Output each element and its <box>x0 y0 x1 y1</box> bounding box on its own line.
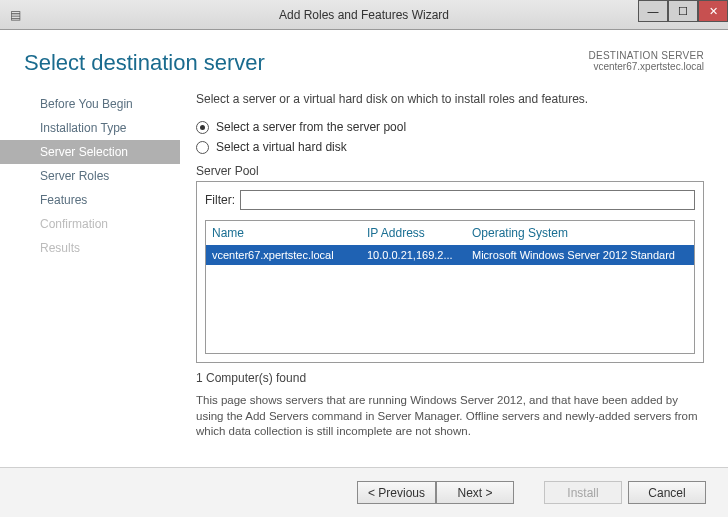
sidebar-item-server-roles[interactable]: Server Roles <box>0 164 180 188</box>
column-ip[interactable]: IP Address <box>367 226 472 240</box>
sidebar-item-features[interactable]: Features <box>0 188 180 212</box>
destination-value: vcenter67.xpertstec.local <box>588 61 704 72</box>
column-os[interactable]: Operating System <box>472 226 688 240</box>
computers-found-text: 1 Computer(s) found <box>196 371 704 385</box>
server-pool-label: Server Pool <box>196 164 704 178</box>
cell-os: Microsoft Windows Server 2012 Standard <box>472 249 688 261</box>
wizard-sidebar: Before You Begin Installation Type Serve… <box>0 86 180 466</box>
grid-header: Name IP Address Operating System <box>206 221 694 245</box>
cell-ip: 10.0.0.21,169.2... <box>367 249 472 261</box>
column-name[interactable]: Name <box>212 226 367 240</box>
close-button[interactable]: ✕ <box>698 0 728 22</box>
cancel-button[interactable]: Cancel <box>628 481 706 504</box>
radio-server-pool[interactable] <box>196 121 209 134</box>
wizard-header: Select destination server DESTINATION SE… <box>0 30 728 86</box>
wizard-body: Before You Begin Installation Type Serve… <box>0 86 728 466</box>
wizard-content: Select a server or a virtual hard disk o… <box>180 86 728 466</box>
sidebar-item-before-you-begin[interactable]: Before You Begin <box>0 92 180 116</box>
radio-server-pool-label: Select a server from the server pool <box>216 120 406 134</box>
wizard-footer: < Previous Next > Install Cancel <box>0 467 728 517</box>
sidebar-item-installation-type[interactable]: Installation Type <box>0 116 180 140</box>
nav-button-group: < Previous Next > <box>357 481 514 504</box>
app-icon: ▤ <box>6 6 24 24</box>
filter-row: Filter: <box>205 190 695 210</box>
window-titlebar: ▤ Add Roles and Features Wizard — ☐ ✕ <box>0 0 728 30</box>
page-title: Select destination server <box>24 50 265 76</box>
destination-info: DESTINATION SERVER vcenter67.xpertstec.l… <box>588 50 704 72</box>
grid-rows: vcenter67.xpertstec.local 10.0.0.21,169.… <box>206 245 694 353</box>
next-button[interactable]: Next > <box>436 481 514 504</box>
maximize-button[interactable]: ☐ <box>668 0 698 22</box>
destination-label: DESTINATION SERVER <box>588 50 704 61</box>
sidebar-item-results: Results <box>0 236 180 260</box>
radio-vhd[interactable] <box>196 141 209 154</box>
install-button: Install <box>544 481 622 504</box>
instruction-text: Select a server or a virtual hard disk o… <box>196 92 704 106</box>
server-grid: Name IP Address Operating System vcenter… <box>205 220 695 354</box>
radio-vhd-label: Select a virtual hard disk <box>216 140 347 154</box>
sidebar-item-confirmation: Confirmation <box>0 212 180 236</box>
sidebar-item-server-selection[interactable]: Server Selection <box>0 140 180 164</box>
window-buttons: — ☐ ✕ <box>638 0 728 29</box>
radio-server-pool-row[interactable]: Select a server from the server pool <box>196 120 704 134</box>
radio-vhd-row[interactable]: Select a virtual hard disk <box>196 140 704 154</box>
server-pool-box: Filter: Name IP Address Operating System… <box>196 181 704 363</box>
filter-label: Filter: <box>205 193 235 207</box>
hint-text: This page shows servers that are running… <box>196 393 704 440</box>
minimize-button[interactable]: — <box>638 0 668 22</box>
window-title: Add Roles and Features Wizard <box>279 8 449 22</box>
filter-input[interactable] <box>240 190 695 210</box>
previous-button[interactable]: < Previous <box>357 481 436 504</box>
cell-name: vcenter67.xpertstec.local <box>212 249 367 261</box>
table-row[interactable]: vcenter67.xpertstec.local 10.0.0.21,169.… <box>206 245 694 265</box>
